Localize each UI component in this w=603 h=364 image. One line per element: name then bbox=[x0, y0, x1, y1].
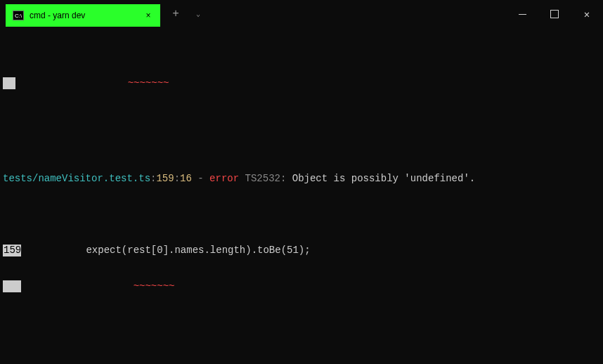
minimize-button[interactable] bbox=[506, 4, 538, 25]
blank-line bbox=[3, 113, 600, 125]
tab-title: cmd - yarn dev bbox=[30, 11, 142, 20]
gutter-number: 159 bbox=[3, 245, 21, 256]
error-squiggle: ~~~~~~~ bbox=[21, 280, 174, 292]
terminal-tab[interactable]: C:\ cmd - yarn dev × bbox=[6, 4, 160, 27]
error-header: tests/nameVisitor.test.ts:159:16 - error… bbox=[3, 173, 600, 185]
source-code: expect(rest[0].names.length).toBe(51); bbox=[86, 245, 310, 256]
terminal-output[interactable]: ~~~~~~~ tests/nameVisitor.test.ts:159:16… bbox=[0, 28, 603, 364]
maximize-button[interactable] bbox=[538, 4, 571, 25]
tab-dropdown-button[interactable]: ⌄ bbox=[187, 10, 209, 18]
gutter-line: ~~~~~~~ bbox=[3, 77, 600, 89]
close-window-button[interactable]: ✕ bbox=[571, 4, 603, 25]
gutter-empty bbox=[3, 77, 15, 89]
blank-line bbox=[3, 209, 600, 221]
source-line: 159 expect(rest[0].names.length).toBe(51… bbox=[3, 245, 600, 256]
error-code: TS2532: bbox=[245, 173, 287, 184]
titlebar: C:\ cmd - yarn dev × + ⌄ ✕ bbox=[0, 0, 603, 28]
blank-line bbox=[3, 316, 600, 328]
squiggle-line: ~~~~~~~ bbox=[3, 280, 600, 292]
error-line: 159 bbox=[156, 173, 174, 184]
new-tab-button[interactable]: + bbox=[164, 8, 187, 20]
cmd-icon: C:\ bbox=[13, 11, 24, 20]
error-file: tests/nameVisitor.test.ts bbox=[3, 173, 150, 184]
close-tab-icon[interactable]: × bbox=[142, 11, 155, 20]
error-squiggle: ~~~~~~~ bbox=[15, 77, 169, 89]
gutter-empty bbox=[3, 280, 21, 292]
window-controls: ✕ bbox=[506, 4, 603, 25]
error-col: 16 bbox=[180, 173, 192, 184]
error-message: Object is possibly 'undefined'. bbox=[286, 173, 475, 184]
error-keyword: error bbox=[209, 173, 239, 184]
